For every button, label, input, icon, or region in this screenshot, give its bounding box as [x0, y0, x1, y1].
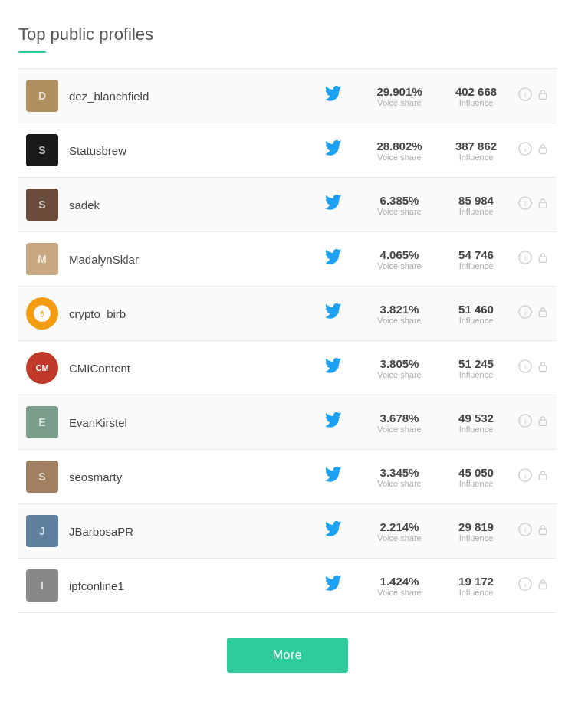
lock-icon[interactable] [537, 415, 549, 430]
info-icon[interactable]: i [518, 87, 532, 104]
avatar: S [26, 461, 58, 493]
lock-icon[interactable] [537, 251, 549, 267]
avatar: M [26, 243, 58, 275]
svg-rect-19 [539, 366, 547, 371]
svg-rect-25 [539, 474, 547, 480]
info-icon[interactable]: i [518, 523, 532, 539]
profile-row: J JBarbosaPR 2.214% Voice share 29 819 I… [18, 504, 557, 559]
info-icon[interactable]: i [518, 196, 532, 213]
avatar: E [26, 406, 58, 438]
svg-text:i: i [524, 308, 526, 316]
profile-row: E EvanKirstel 3.678% Voice share 49 532 … [18, 395, 557, 450]
influence-value: 49 532 [442, 412, 511, 425]
influence-stat: 85 984 Influence [442, 194, 511, 216]
action-icons: i [518, 414, 549, 431]
svg-rect-5 [539, 148, 547, 153]
voice-share-label: Voice share [365, 425, 434, 434]
influence-label: Influence [442, 316, 511, 325]
avatar: S [26, 189, 58, 221]
voice-share-label: Voice share [365, 207, 434, 216]
lock-icon[interactable] [537, 469, 549, 484]
info-icon[interactable]: i [518, 359, 532, 376]
voice-share-value: 3.821% [365, 303, 434, 316]
svg-text:i: i [524, 362, 526, 371]
influence-value: 402 668 [442, 85, 511, 98]
info-icon[interactable]: i [518, 142, 532, 159]
profile-row: D dez_blanchfield 29.901% Voice share 40… [18, 69, 557, 123]
influence-stat: 402 668 Influence [442, 85, 511, 107]
avatar: J [26, 515, 58, 547]
voice-share-stat: 3.678% Voice share [365, 412, 434, 434]
profile-username: dez_blanchfield [58, 90, 325, 103]
profiles-list: D dez_blanchfield 29.901% Voice share 40… [18, 68, 557, 613]
voice-share-stat: 1.424% Voice share [365, 575, 434, 597]
profile-row: I ipfconline1 1.424% Voice share 19 172 … [18, 559, 557, 613]
lock-icon[interactable] [537, 88, 549, 103]
avatar: ₿ [26, 297, 58, 330]
info-icon[interactable]: i [518, 577, 532, 594]
platform-icon [325, 140, 342, 160]
svg-text:₿: ₿ [40, 310, 44, 318]
info-icon[interactable]: i [518, 305, 532, 322]
influence-label: Influence [442, 533, 511, 543]
profile-row: S seosmarty 3.345% Voice share 45 050 In… [18, 450, 557, 504]
voice-share-label: Voice share [365, 533, 434, 543]
voice-share-label: Voice share [365, 316, 434, 325]
lock-icon[interactable] [537, 523, 549, 539]
platform-icon [325, 303, 342, 323]
lock-icon[interactable] [537, 143, 549, 158]
voice-share-stat: 3.821% Voice share [365, 303, 434, 325]
svg-text:i: i [524, 471, 526, 480]
svg-text:i: i [524, 526, 526, 534]
profile-row: ₿ crypto_birb 3.821% Voice share 51 460 … [18, 287, 557, 341]
influence-value: 19 172 [442, 575, 511, 588]
voice-share-stat: 3.805% Voice share [365, 357, 434, 379]
influence-stat: 29 819 Influence [442, 520, 511, 543]
lock-icon[interactable] [537, 578, 549, 593]
voice-share-stat: 4.065% Voice share [365, 248, 434, 271]
lock-icon[interactable] [537, 360, 549, 375]
influence-value: 51 245 [442, 357, 511, 370]
influence-value: 29 819 [442, 520, 511, 533]
more-button[interactable]: More [227, 638, 348, 673]
voice-share-stat: 29.901% Voice share [365, 85, 434, 107]
svg-rect-8 [539, 202, 547, 208]
action-icons: i [518, 251, 549, 267]
svg-text:i: i [524, 145, 526, 153]
action-icons: i [518, 305, 549, 322]
influence-stat: 49 532 Influence [442, 412, 511, 434]
voice-share-label: Voice share [365, 261, 434, 271]
influence-label: Influence [442, 425, 511, 434]
profile-username: seosmarty [58, 471, 325, 484]
more-button-wrapper: More [18, 638, 557, 673]
profile-username: sadek [58, 198, 325, 212]
voice-share-value: 3.345% [365, 466, 434, 479]
action-icons: i [518, 196, 549, 213]
influence-stat: 45 050 Influence [442, 466, 511, 488]
info-icon[interactable]: i [518, 251, 532, 267]
avatar: CM [26, 352, 58, 384]
action-icons: i [518, 359, 549, 376]
svg-rect-31 [539, 583, 547, 589]
influence-stat: 19 172 Influence [442, 575, 511, 597]
svg-text:i: i [524, 199, 526, 208]
profile-username: MadalynSklar [58, 253, 325, 266]
profile-username: CMIContent [58, 362, 325, 375]
influence-label: Influence [442, 588, 511, 597]
profile-username: Statusbrew [58, 144, 325, 157]
lock-icon[interactable] [537, 306, 549, 321]
lock-icon[interactable] [537, 197, 549, 212]
voice-share-stat: 3.345% Voice share [365, 466, 434, 488]
avatar: I [26, 569, 58, 602]
profile-username: ipfconline1 [58, 579, 325, 592]
voice-share-value: 6.385% [365, 194, 434, 207]
influence-stat: 54 746 Influence [442, 248, 511, 271]
svg-rect-28 [539, 529, 547, 534]
info-icon[interactable]: i [518, 414, 532, 431]
voice-share-label: Voice share [365, 98, 434, 107]
influence-value: 45 050 [442, 466, 511, 479]
influence-value: 54 746 [442, 248, 511, 261]
platform-icon [325, 249, 342, 269]
info-icon[interactable]: i [518, 468, 532, 485]
action-icons: i [518, 523, 549, 539]
